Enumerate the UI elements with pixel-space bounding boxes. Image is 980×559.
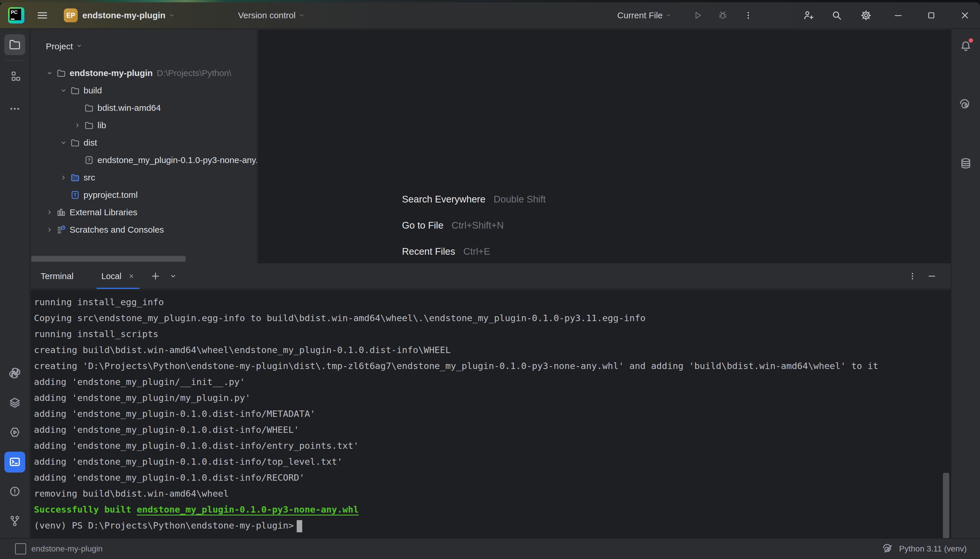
terminal-tab-local[interactable]: Local bbox=[97, 263, 139, 289]
tree-item-label: endstone_my_plugin-0.1.0-py3-none-any.wh… bbox=[98, 155, 257, 165]
tool-services-button[interactable] bbox=[4, 422, 25, 443]
svg-text:?: ? bbox=[88, 158, 91, 163]
git-branch-icon bbox=[8, 514, 21, 529]
terminal-widget-icon bbox=[15, 543, 26, 554]
shortcut-hint-row[interactable]: Search Everywhere Double Shift bbox=[402, 194, 546, 208]
problems-icon bbox=[8, 485, 21, 499]
terminal-line: creating build\bdist.win-amd64\wheel\end… bbox=[34, 342, 951, 358]
tree-row-lib[interactable]: lib bbox=[31, 117, 257, 134]
terminal-line: Copying src\endstone_my_plugin.egg-info … bbox=[34, 310, 951, 326]
tree-row-project-root[interactable]: endstone-my-plugin D:\Projects\Python\ bbox=[31, 64, 257, 82]
run-button[interactable] bbox=[692, 10, 703, 21]
ai-assistant-button[interactable] bbox=[957, 96, 975, 114]
tree-row-external-libraries[interactable]: External Libraries bbox=[31, 203, 257, 221]
tree-row-src[interactable]: src bbox=[31, 169, 257, 186]
chevron-right-icon[interactable] bbox=[74, 122, 84, 129]
run-configuration-label: Current File bbox=[617, 10, 663, 20]
chevron-down-icon[interactable] bbox=[60, 139, 70, 147]
terminal-panel-title[interactable]: Terminal bbox=[41, 271, 73, 281]
tool-version-control-button[interactable] bbox=[4, 511, 25, 532]
terminal-line: adding 'endstone_my_plugin/my_plugin.py' bbox=[34, 390, 951, 406]
unknown-file-icon: ? bbox=[84, 155, 94, 165]
project-panel-title[interactable]: Project bbox=[46, 41, 73, 51]
folder-icon bbox=[70, 138, 80, 148]
scratches-icon bbox=[56, 225, 66, 235]
title-bar: PC EP endstone-my-plugin Version control… bbox=[0, 2, 980, 29]
ai-assistant-status-button[interactable] bbox=[882, 543, 894, 555]
terminal-header: Terminal Local bbox=[31, 263, 951, 289]
tree-row-pyproject[interactable]: T pyproject.toml bbox=[31, 186, 257, 203]
user-plus-icon bbox=[803, 10, 814, 21]
tool-python-console-button[interactable] bbox=[4, 363, 25, 384]
more-actions-button[interactable] bbox=[743, 10, 753, 20]
project-horizontal-scrollbar[interactable] bbox=[31, 256, 186, 262]
notifications-button[interactable] bbox=[957, 38, 975, 55]
settings-button[interactable] bbox=[860, 9, 872, 22]
window-maximize-button[interactable] bbox=[926, 10, 937, 21]
terminal-output[interactable]: running install_egg_info Copying src\end… bbox=[31, 290, 951, 541]
terminal-options-button[interactable] bbox=[908, 271, 917, 281]
terminal-tab-dropdown-button[interactable] bbox=[169, 272, 177, 280]
database-button[interactable] bbox=[957, 155, 975, 172]
terminal-line: running install_egg_info bbox=[34, 294, 951, 310]
tree-row-build[interactable]: build bbox=[31, 82, 257, 99]
new-terminal-tab-button[interactable] bbox=[150, 271, 160, 281]
terminal-line: adding 'endstone_my_plugin-0.1.0.dist-in… bbox=[34, 438, 951, 454]
run-configuration-selector[interactable]: Current File bbox=[617, 10, 672, 20]
tree-row-bdist[interactable]: bdist.win-amd64 bbox=[31, 99, 257, 117]
chevron-down-icon bbox=[298, 12, 306, 19]
close-icon[interactable] bbox=[128, 273, 135, 280]
chevron-down-icon bbox=[168, 12, 175, 19]
hexagon-play-icon bbox=[8, 425, 21, 440]
code-with-me-button[interactable] bbox=[803, 10, 814, 21]
tool-python-packages-button[interactable] bbox=[4, 392, 25, 413]
search-everywhere-button[interactable] bbox=[831, 10, 843, 21]
tool-project-button[interactable] bbox=[4, 34, 25, 55]
window-close-button[interactable] bbox=[960, 10, 970, 21]
maximize-icon bbox=[926, 10, 937, 21]
shortcut-keys: Ctrl+E bbox=[463, 246, 490, 257]
window-minimize-button[interactable] bbox=[893, 10, 904, 21]
terminal-hide-button[interactable] bbox=[927, 271, 937, 281]
tool-more-button[interactable] bbox=[4, 99, 25, 119]
wheel-file-link[interactable]: endstone_my_plugin-0.1.0-py3-none-any.wh… bbox=[137, 504, 359, 514]
tool-problems-button[interactable] bbox=[4, 481, 25, 502]
chevron-down-icon[interactable] bbox=[46, 69, 56, 77]
shortcut-hint-row[interactable]: Recent Files Ctrl+E bbox=[402, 246, 546, 261]
chevron-down-icon[interactable] bbox=[60, 87, 70, 94]
terminal-prompt: (venv) PS D:\Projects\Python\endstone-my… bbox=[34, 520, 294, 531]
chevron-right-icon[interactable] bbox=[46, 226, 56, 233]
python-icon bbox=[8, 366, 21, 380]
editor-shortcut-hints: Search Everywhere Double Shift Go to Fil… bbox=[402, 194, 546, 261]
shortcut-keys: Double Shift bbox=[494, 194, 546, 205]
notification-badge bbox=[969, 38, 973, 43]
folder-icon bbox=[84, 121, 94, 130]
terminal-vertical-scrollbar[interactable] bbox=[943, 473, 949, 539]
debug-button[interactable] bbox=[717, 10, 728, 21]
tool-structure-button[interactable] bbox=[4, 66, 25, 87]
terminal-line: adding 'endstone_my_plugin-0.1.0.dist-in… bbox=[34, 406, 951, 422]
kebab-horizontal-icon bbox=[8, 103, 21, 116]
tool-terminal-button[interactable] bbox=[4, 452, 25, 473]
search-icon bbox=[831, 10, 843, 21]
close-icon bbox=[960, 10, 970, 21]
shortcut-hint-row[interactable]: Go to File Ctrl+Shift+N bbox=[402, 220, 546, 235]
main-menu-button[interactable] bbox=[36, 9, 49, 22]
tree-row-dist[interactable]: dist bbox=[31, 134, 257, 151]
project-avatar-badge[interactable]: EP bbox=[64, 8, 78, 22]
chevron-down-icon bbox=[73, 41, 83, 51]
status-project-name: endstone-my-plugin bbox=[31, 544, 102, 554]
chevron-right-icon[interactable] bbox=[60, 174, 70, 181]
terminal-cursor bbox=[297, 520, 302, 532]
terminal-tool-window: Terminal Local running install_egg_info … bbox=[31, 263, 951, 541]
structure-icon bbox=[8, 70, 21, 84]
version-control-menu[interactable]: Version control bbox=[207, 10, 306, 20]
status-bar: endstone-my-plugin Python 3.11 (venv) bbox=[0, 538, 980, 559]
tree-row-scratches[interactable]: Scratches and Consoles bbox=[31, 221, 257, 238]
python-interpreter-selector[interactable]: Python 3.11 (venv) bbox=[899, 544, 967, 554]
tree-row-wheel-file[interactable]: ? endstone_my_plugin-0.1.0-py3-none-any.… bbox=[31, 151, 257, 169]
project-selector[interactable]: endstone-my-plugin bbox=[78, 10, 175, 20]
interpreter-label: Python 3.11 (venv) bbox=[899, 544, 967, 554]
chevron-right-icon[interactable] bbox=[46, 208, 56, 216]
tree-item-label: pyproject.toml bbox=[84, 190, 138, 200]
